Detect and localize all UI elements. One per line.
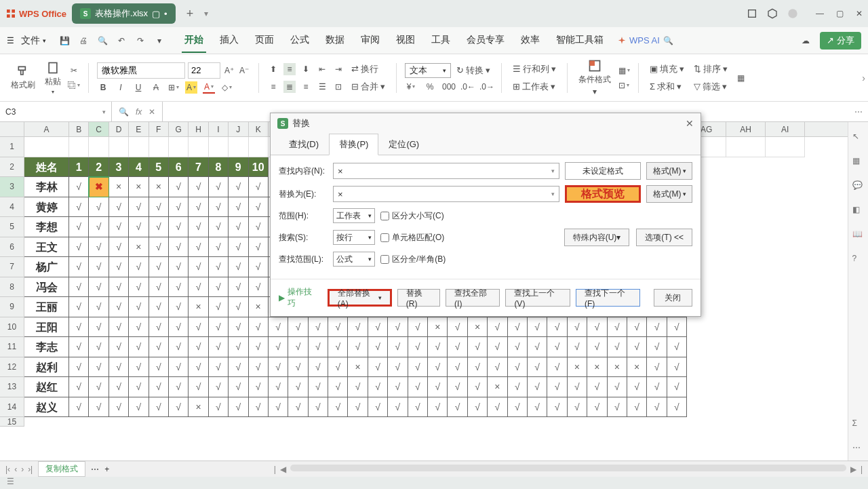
worksheet-button[interactable]: ⊞ 工作表▾ — [510, 79, 559, 94]
cell-mark[interactable]: √ — [428, 357, 448, 378]
row-header[interactable]: 9 — [0, 297, 24, 317]
preview-icon[interactable]: 🔍 — [96, 35, 108, 47]
cell-mark[interactable]: √ — [229, 357, 248, 378]
cell-mark[interactable]: √ — [368, 397, 388, 418]
col-header[interactable]: A — [24, 122, 69, 136]
cell-mark[interactable]: √ — [209, 177, 229, 197]
cell-mark[interactable]: √ — [388, 357, 408, 378]
cell-mark[interactable]: √ — [408, 317, 428, 338]
cell-mark[interactable]: √ — [587, 377, 607, 397]
cell-mark[interactable]: √ — [189, 177, 208, 197]
cell-mark[interactable]: √ — [129, 337, 149, 357]
cell-mark[interactable]: √ — [608, 317, 627, 338]
cell-mark[interactable]: √ — [169, 317, 189, 338]
cell-mark[interactable]: √ — [69, 397, 89, 418]
cell-mark[interactable]: √ — [388, 337, 408, 357]
search-icon[interactable]: 🔍 — [663, 35, 675, 47]
cell[interactable] — [169, 137, 189, 157]
col-header[interactable]: H — [189, 122, 208, 136]
cell-mark[interactable]: √ — [468, 377, 488, 397]
cell-mark[interactable]: √ — [269, 337, 288, 357]
cell[interactable] — [189, 137, 208, 157]
cell-mark[interactable]: √ — [149, 397, 169, 418]
qat-more-icon[interactable]: ▾ — [153, 35, 165, 47]
cell-mark[interactable]: √ — [328, 317, 348, 338]
cond-format-button[interactable]: 条件格式▾ — [576, 58, 614, 98]
align-right-icon[interactable]: ≡ — [300, 81, 312, 93]
cell-mark[interactable]: √ — [488, 337, 507, 357]
menu-tab-formula[interactable]: 公式 — [288, 28, 312, 53]
cell-header-num[interactable]: 10 — [249, 157, 269, 178]
bold-icon[interactable]: B — [97, 81, 109, 94]
cell[interactable] — [229, 137, 248, 157]
cell-mark[interactable]: √ — [328, 357, 348, 378]
cell-mark[interactable]: × — [568, 357, 587, 378]
row-header[interactable]: 1 — [0, 137, 24, 157]
cell-mark[interactable]: √ — [189, 197, 208, 218]
row-header[interactable]: 8 — [0, 277, 24, 298]
cell-mark[interactable]: √ — [169, 397, 189, 418]
cell-header-num[interactable]: 5 — [149, 157, 169, 178]
cell-mark[interactable]: √ — [388, 377, 408, 397]
row-header[interactable]: 7 — [0, 257, 24, 277]
cell-mark[interactable]: √ — [408, 377, 428, 397]
cell-mark[interactable]: √ — [189, 257, 208, 277]
cell-mark[interactable]: √ — [488, 317, 507, 338]
cell-mark[interactable]: √ — [309, 317, 328, 338]
cell-mark[interactable]: √ — [348, 397, 368, 418]
row-header[interactable]: 5 — [0, 217, 24, 237]
cell-mark[interactable]: √ — [587, 337, 607, 357]
cell-mark[interactable]: √ — [547, 317, 567, 338]
cell-mark[interactable]: √ — [149, 337, 169, 357]
cell-mark[interactable]: √ — [249, 217, 269, 237]
cell-mark[interactable]: √ — [448, 317, 467, 338]
cell-mark[interactable]: √ — [89, 397, 108, 418]
col-header[interactable]: F — [149, 122, 169, 136]
cell-mark[interactable]: √ — [149, 257, 169, 277]
cell-mark[interactable]: √ — [209, 197, 229, 218]
cell-mark[interactable]: √ — [209, 377, 229, 397]
row-header[interactable]: 4 — [0, 197, 24, 218]
cell-mark[interactable]: √ — [209, 337, 229, 357]
cell-mark[interactable]: √ — [69, 217, 89, 237]
sheet-tab[interactable]: 复制格式 — [38, 461, 85, 477]
cell-mark[interactable]: √ — [149, 317, 169, 338]
clear-format-icon[interactable]: ◇ — [220, 81, 233, 94]
cell-mark[interactable]: √ — [269, 357, 288, 378]
cell-mark[interactable]: × — [109, 177, 129, 197]
align-middle-icon[interactable]: ≡ — [283, 63, 296, 75]
cell-name[interactable]: 李想 — [24, 217, 69, 237]
cell-mark[interactable]: √ — [129, 257, 149, 277]
tips-link[interactable]: ▶ 操作技巧 — [279, 286, 317, 309]
cell-mark[interactable]: √ — [608, 337, 627, 357]
cell-mark[interactable]: √ — [109, 397, 129, 418]
fill-button[interactable]: ▣ 填充▾ — [647, 62, 687, 77]
cell-mark[interactable]: √ — [89, 277, 108, 298]
col-header[interactable]: AH — [726, 122, 766, 136]
cell-mark[interactable]: √ — [109, 197, 129, 218]
cell-mark[interactable]: √ — [189, 277, 208, 298]
cell-mark[interactable]: √ — [109, 277, 129, 298]
sheet-first-icon[interactable]: |‹ — [5, 465, 10, 474]
special-button[interactable]: 特殊内容(U) ▾ — [564, 229, 630, 246]
cell-mark[interactable]: √ — [508, 357, 528, 378]
cell-mark[interactable]: √ — [209, 317, 229, 338]
cell-mark[interactable]: √ — [249, 357, 269, 378]
maximize-icon[interactable]: ▢ — [836, 9, 844, 18]
cell[interactable] — [69, 137, 89, 157]
row-header[interactable]: 12 — [0, 357, 24, 378]
file-tab[interactable]: S 表格操作.xlsx ▢ • — [72, 3, 176, 24]
row-header[interactable]: 11 — [0, 337, 24, 357]
cell-mark[interactable]: √ — [189, 237, 208, 258]
font-select[interactable] — [97, 62, 185, 79]
cell-mark[interactable]: √ — [229, 197, 248, 218]
cell-mark[interactable]: √ — [109, 297, 129, 317]
cell-header-name[interactable]: 姓名 — [24, 157, 69, 178]
cell-mark[interactable]: √ — [229, 177, 248, 197]
hscroll-l-icon[interactable]: ◀ — [280, 465, 286, 474]
align-center-icon[interactable]: ≣ — [283, 81, 296, 93]
cell-mark[interactable]: √ — [587, 317, 607, 338]
name-box[interactable]: C3▾ — [0, 102, 112, 121]
cell-name[interactable]: 赵利 — [24, 357, 69, 378]
sheet-add-icon[interactable]: + — [104, 465, 109, 474]
